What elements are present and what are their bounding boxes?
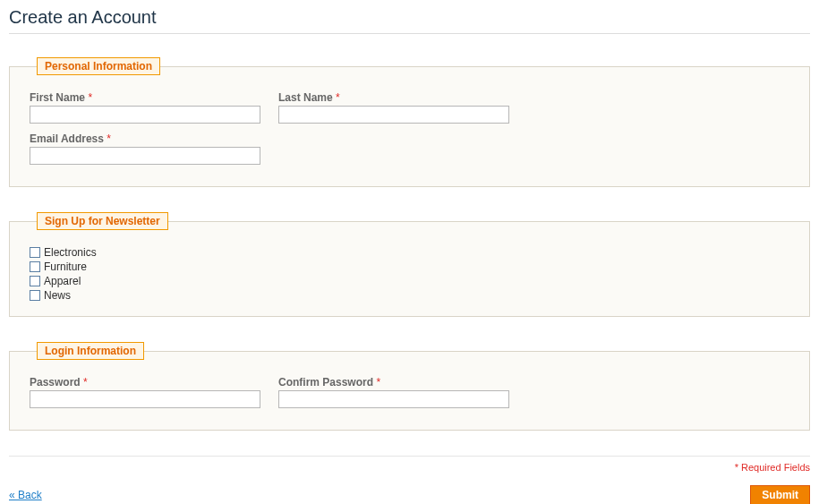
- newsletter-option: Furniture: [30, 261, 789, 273]
- email-label: Email Address *: [30, 132, 260, 145]
- checkbox-label: Apparel: [44, 275, 81, 287]
- password-label: Password *: [30, 376, 260, 389]
- required-marker: *: [336, 91, 340, 104]
- checkbox-label: Electronics: [44, 246, 97, 259]
- login-information-legend: Login Information: [37, 342, 144, 360]
- login-information-group: Login Information Password * Confirm Pas…: [9, 342, 810, 431]
- back-link[interactable]: « Back: [9, 489, 42, 501]
- last-name-label: Last Name *: [278, 91, 509, 104]
- checkbox-label: News: [44, 289, 71, 302]
- checkbox-apparel[interactable]: [30, 276, 40, 286]
- first-name-label-text: First Name: [30, 91, 85, 104]
- submit-button[interactable]: Submit: [750, 485, 810, 504]
- required-marker: *: [376, 376, 380, 389]
- confirm-password-label: Confirm Password *: [278, 376, 509, 389]
- last-name-label-text: Last Name: [278, 91, 333, 104]
- footer-separator: [9, 456, 810, 457]
- required-marker: *: [107, 132, 111, 145]
- personal-information-legend: Personal Information: [37, 57, 160, 75]
- required-marker: *: [88, 91, 92, 104]
- newsletter-group: Sign Up for Newsletter Electronics Furni…: [9, 212, 810, 317]
- newsletter-option: Apparel: [30, 275, 789, 287]
- page-title: Create an Account: [9, 0, 810, 34]
- password-input[interactable]: [30, 390, 260, 408]
- personal-information-group: Personal Information First Name * Last N…: [9, 57, 810, 187]
- email-input[interactable]: [30, 147, 260, 165]
- checkbox-label: Furniture: [44, 261, 87, 273]
- newsletter-option: Electronics: [30, 246, 789, 259]
- first-name-label: First Name *: [30, 91, 260, 104]
- password-label-text: Password: [30, 376, 81, 389]
- last-name-input[interactable]: [278, 106, 509, 124]
- checkbox-furniture[interactable]: [30, 261, 40, 272]
- email-label-text: Email Address: [30, 132, 104, 145]
- required-marker: *: [83, 376, 88, 389]
- required-fields-note: * Required Fields: [9, 462, 810, 473]
- checkbox-electronics[interactable]: [30, 247, 40, 258]
- newsletter-option: News: [30, 289, 789, 302]
- checkbox-news[interactable]: [30, 290, 40, 301]
- first-name-input[interactable]: [30, 106, 260, 124]
- confirm-password-input[interactable]: [278, 390, 509, 408]
- newsletter-legend: Sign Up for Newsletter: [37, 212, 168, 230]
- confirm-password-label-text: Confirm Password: [278, 376, 373, 389]
